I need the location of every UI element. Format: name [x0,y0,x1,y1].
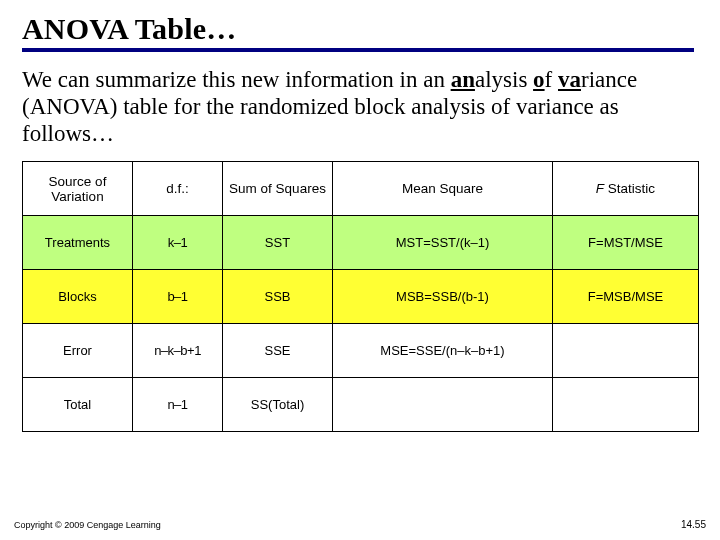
th-source: Source of Variation [23,162,133,216]
intro-paragraph: We can summarize this new information in… [22,66,698,147]
cell-ss: SSE [223,324,333,378]
cell-ss: SSB [223,270,333,324]
cell-ms: MSB=SSB/(b-1) [333,270,553,324]
table-row: Error n–k–b+1 SSE MSE=SSE/(n–k–b+1) [23,324,699,378]
cell-f: F=MST/MSE [553,216,699,270]
slide-title: ANOVA Table… [22,12,698,46]
cell-f [553,378,699,432]
cell-ss: SST [223,216,333,270]
slide: ANOVA Table… We can summarize this new i… [0,0,720,540]
page-number: 14.55 [681,519,706,530]
cell-source: Treatments [23,216,133,270]
cell-ms: MST=SST/(k–1) [333,216,553,270]
table-header-row: Source of Variation d.f.: Sum of Squares… [23,162,699,216]
f-suffix: Statistic [604,181,655,196]
cell-source: Blocks [23,270,133,324]
f-italic: F [596,181,604,196]
th-df: d.f.: [133,162,223,216]
cell-df: n–1 [133,378,223,432]
th-ms: Mean Square [333,162,553,216]
table-row: Treatments k–1 SST MST=SST/(k–1) F=MST/M… [23,216,699,270]
cell-source: Error [23,324,133,378]
title-underline [22,48,694,52]
cell-df: n–k–b+1 [133,324,223,378]
cell-f: F=MSB/MSE [553,270,699,324]
table-row: Total n–1 SS(Total) [23,378,699,432]
th-ss: Sum of Squares [223,162,333,216]
cell-ms [333,378,553,432]
cell-f [553,324,699,378]
anova-table: Source of Variation d.f.: Sum of Squares… [22,161,699,432]
th-f: F Statistic [553,162,699,216]
cell-df: k–1 [133,216,223,270]
cell-df: b–1 [133,270,223,324]
cell-ss: SS(Total) [223,378,333,432]
cell-source: Total [23,378,133,432]
cell-ms: MSE=SSE/(n–k–b+1) [333,324,553,378]
copyright-footer: Copyright © 2009 Cengage Learning [14,520,161,530]
table-row: Blocks b–1 SSB MSB=SSB/(b-1) F=MSB/MSE [23,270,699,324]
